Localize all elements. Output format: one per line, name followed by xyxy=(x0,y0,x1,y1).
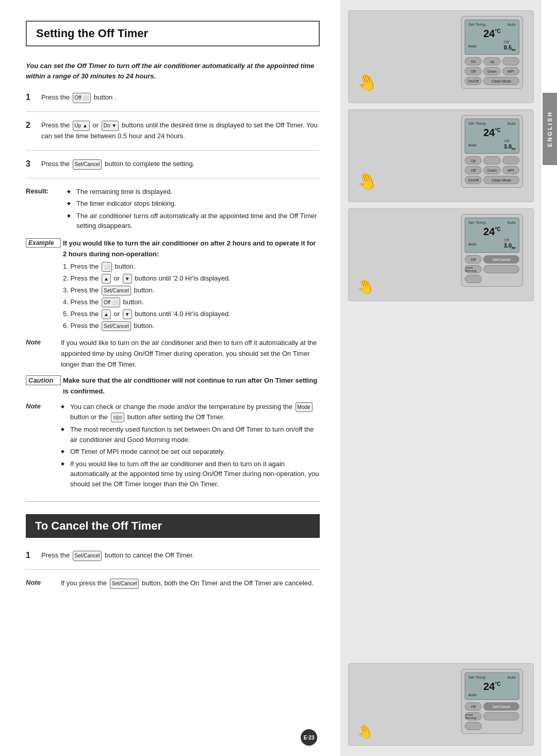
step-3: 3 Press the Set/Cancel button to complet… xyxy=(26,159,320,178)
timer-value-2: 3.0hr xyxy=(504,143,516,151)
auto-label-2: Auto xyxy=(507,121,516,126)
remote-buttons-2: Up Off Down MPI On/Off Clean Mode xyxy=(465,156,519,184)
intro-text: You can set the Off Timer to turn off th… xyxy=(26,61,320,81)
note1-content: If you would like to turn on the air con… xyxy=(61,338,320,370)
example-block: Example If you would like to turn the ai… xyxy=(26,238,320,333)
caution-block: Caution Make sure that the air condition… xyxy=(26,375,320,397)
btn-6: ▲ xyxy=(102,309,111,319)
page-number-text: E·23 xyxy=(304,735,315,741)
section-title-box: Setting the Off Timer xyxy=(26,21,320,46)
note2-label: Note xyxy=(26,402,61,410)
remote-display-4: Set Temp. Auto 24°C Auto xyxy=(465,672,519,700)
up-btn-2: Up xyxy=(465,156,482,165)
step-2: 2 Press the Up ▲ or Dn ▼ buttons until t… xyxy=(26,120,320,151)
page-number: E·23 xyxy=(301,729,317,746)
hand-icon-2: 🤚 xyxy=(354,169,380,194)
note2-item-1: You can check or change the mode and/or … xyxy=(61,402,320,422)
note2-block: Note You can check or change the mode an… xyxy=(26,402,320,491)
remote-temp-3: 24°C xyxy=(468,226,516,238)
remote-display-row-3: Set Temp. Auto xyxy=(468,220,516,225)
set-temp-label-4: Set Temp. xyxy=(468,675,487,680)
btn-4: Set/Cancel xyxy=(102,286,131,295)
clean-btn-1: Clean Mode xyxy=(483,77,519,85)
dn-btn-2: Down xyxy=(483,166,500,174)
empty-4 xyxy=(483,265,519,273)
remote-display-2: Set Temp. Auto 24°C Auto Off 3.0hr xyxy=(465,119,519,154)
auto-label-4: Auto xyxy=(507,675,516,680)
remote-display-row-4: Set Temp. Auto xyxy=(468,675,516,680)
result-item-2: The timer indicator stops blinking. xyxy=(67,199,320,209)
onoff-btn-1: On/Off xyxy=(465,77,482,85)
down-button-icon: Dn ▼ xyxy=(102,121,119,131)
cancel-note-content: If you press the Set/Cancel button, both… xyxy=(61,578,320,589)
result-item-3: The air conditioner turns off automatica… xyxy=(67,211,320,231)
set-cancel-btn-cancel: Set/Cancel xyxy=(73,551,102,561)
example-content: If you would like to turn the air condit… xyxy=(63,238,320,333)
note2-item-3: Off Timer of MPI mode cannot be set out … xyxy=(61,447,320,457)
result-block: Result: The remaining time is displayed.… xyxy=(26,187,320,233)
remote-display-3: Set Temp. Auto 24°C Auto Off 3.0hr xyxy=(465,218,519,253)
set-cancel-btn-4: Set/Cancel xyxy=(483,702,519,711)
remote-buttons-3: Off Set/Cancel Good Morning xyxy=(465,255,519,283)
remote-display-row-2: Set Temp. Auto xyxy=(468,121,516,126)
section-divider xyxy=(26,501,320,502)
good-morn-btn-3: Good Morning xyxy=(465,265,482,273)
set-temp-label-2: Set Temp. xyxy=(468,121,487,126)
example-bold-text: If you would like to turn the air condit… xyxy=(63,239,316,258)
step-1-num: 1 xyxy=(26,93,41,103)
set-temp-label-1: Set Temp. xyxy=(468,22,487,27)
caution-label: Caution xyxy=(26,375,61,385)
example-step-3: 3. Press the Set/Cancel button. xyxy=(63,285,320,295)
timer-display-1: Off 0.5hr xyxy=(504,40,516,52)
hand-icon-4: 🤚 xyxy=(354,721,375,742)
up-btn-1: Up xyxy=(483,57,500,65)
note2-item-2: The most recently used function is set b… xyxy=(61,424,320,445)
auto-label-3: Auto xyxy=(507,220,516,225)
timer-label-1: Off xyxy=(504,40,516,44)
timer-display-2: Off 3.0hr xyxy=(504,139,516,151)
remote-display-row-1: Set Temp. Auto xyxy=(468,22,516,27)
off-button-icon-1: Off ⬜ xyxy=(73,93,91,103)
hand-icon-3: 🤚 xyxy=(354,276,376,298)
onoff-btn-2: On/Off xyxy=(465,176,482,184)
off-btn-3: Off xyxy=(465,255,482,264)
timer-label-2: Off xyxy=(504,139,516,143)
btn-5: Off ⬜ xyxy=(102,298,120,307)
section-title: Setting the Off Timer xyxy=(36,27,148,40)
empty-1 xyxy=(502,57,519,65)
set-cancel-button-icon-1: Set/Cancel xyxy=(73,159,102,170)
off-btn-4: Off xyxy=(465,702,482,711)
remote-image-2: 🤚 Set Temp. Auto 24°C Auto Off 3.0hr xyxy=(348,109,534,202)
mpi-btn-2: MPI xyxy=(502,166,519,174)
remote-sim-3: Set Temp. Auto 24°C Auto Off 3.0hr Off S… xyxy=(461,214,523,287)
good-morn-btn-4: Good Morning xyxy=(465,712,482,720)
remote-image-3: 🤚 Set Temp. Auto 24°C Auto Off 3.0hr xyxy=(348,208,534,301)
timer-display-3: Off 3.0hr xyxy=(504,238,516,250)
mpi-btn-1: MPI xyxy=(502,67,519,75)
hand-icon-1: 🤚 xyxy=(354,70,380,95)
example-step-4: 4. Press the Off ⬜ button. xyxy=(63,297,320,307)
timer-value-3: 3.0hr xyxy=(504,242,516,250)
empty-5 xyxy=(483,712,519,720)
remote-temp-1: 24°C xyxy=(468,28,516,40)
step-2-num: 2 xyxy=(26,121,41,142)
off-btn-1: Off xyxy=(465,67,482,75)
result-item-1: The remaining time is displayed. xyxy=(67,187,320,197)
result-label: Result: xyxy=(26,187,67,195)
result-content: The remaining time is displayed. The tim… xyxy=(67,187,320,233)
step-1: 1 Press the Off ⬜ button . xyxy=(26,92,320,112)
auto-label-left-3: Auto xyxy=(468,242,477,246)
remote-temp-2: 24°C xyxy=(468,127,516,139)
auto-label-left-2: Auto xyxy=(468,143,477,147)
remote-image-1: 🤚 Set Temp. Auto 24°C Auto Off 0.5hr xyxy=(348,10,534,103)
remote-display-1: Set Temp. Auto 24°C Auto Off 0.5hr xyxy=(465,20,519,55)
cancel-note-block: Note If you press the Set/Cancel button,… xyxy=(26,578,320,589)
example-step-6: 6. Press the Set/Cancel button. xyxy=(63,321,320,331)
btn-2: ▲ xyxy=(102,274,111,284)
up-button-icon: Up ▲ xyxy=(73,121,90,131)
timer-value-1: 0.5hr xyxy=(504,44,516,52)
btn-3: ▼ xyxy=(123,274,132,284)
on-btn-1: On xyxy=(465,57,482,65)
btn-8: Set/Cancel xyxy=(102,321,131,331)
remote-buttons-1: On Up Off Down MPI On/Off Clean Mode xyxy=(465,57,519,85)
